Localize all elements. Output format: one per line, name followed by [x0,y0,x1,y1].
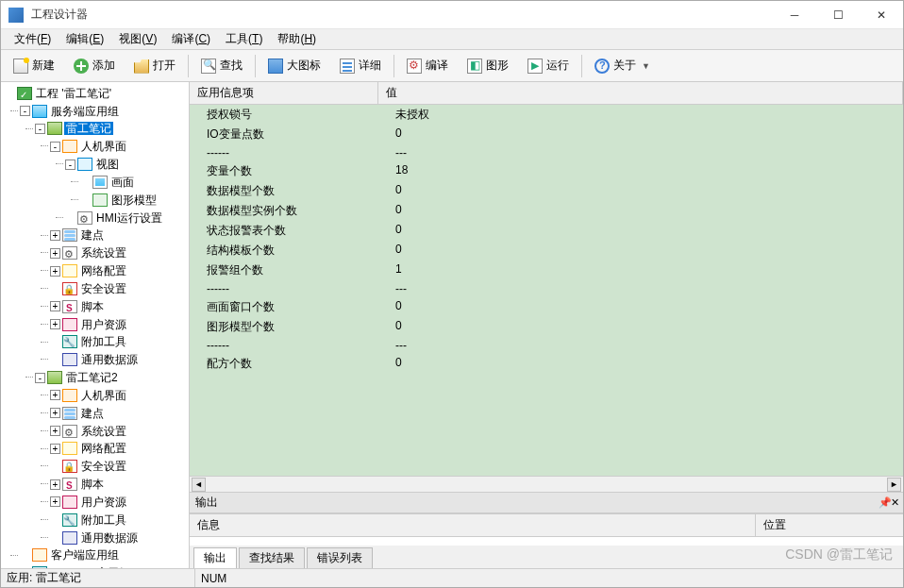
info-row[interactable]: 状态报警表个数0 [190,221,903,241]
new-button[interactable]: 新建 [5,53,63,79]
tree-server-group[interactable]: -服务端应用组 -雷工笔记 -人机界面 -视图 画面 [20,102,187,546]
info-body[interactable]: 授权锁号未授权IO变量点数0---------变量个数18数据模型个数0数据模型… [190,105,903,476]
info-row[interactable]: --------- [190,280,903,297]
run-button[interactable]: 运行 [519,53,578,79]
pin-close-icons[interactable]: 📌 ✕ [879,496,897,509]
expand-icon[interactable]: + [50,248,60,259]
info-cell-value: --- [378,337,903,354]
shape-button[interactable]: 图形 [459,53,517,79]
menu-view[interactable]: 视图(V) [111,29,164,49]
info-row[interactable]: 图形模型个数0 [190,317,903,337]
tree-app1[interactable]: -雷工笔记 -人机界面 -视图 画面 图形模型 [35,120,187,369]
compile-button[interactable]: 编译 [398,53,457,79]
info-cell-key: 变量个数 [190,161,378,181]
info-row[interactable]: --------- [190,144,903,161]
expand-icon[interactable]: + [50,426,60,436]
tree-gmodel[interactable]: 图形模型 [80,191,187,209]
add-button[interactable]: 添加 [65,53,124,79]
info-row[interactable]: 报警组个数1 [190,260,903,280]
tree-seccfg[interactable]: 安全设置 [50,279,187,297]
info-row[interactable]: 变量个数18 [190,161,903,181]
info-row[interactable]: 数据模型个数0 [190,181,903,201]
expand-icon[interactable]: + [50,319,60,329]
tree-syscfg[interactable]: +系统设置 [50,244,187,261]
menu-edit[interactable]: 编辑(E) [59,29,111,49]
tree-hmi2[interactable]: +人机界面 [50,386,187,404]
info-row[interactable]: 结构模板个数0 [190,241,903,260]
tree-root[interactable]: 工程 '雷工笔记' -服务端应用组 -雷工笔记 -人机界面 -视图 [5,84,187,568]
tab-output[interactable]: 输出 [193,547,237,568]
tree-netcfg[interactable]: +网络配置 [50,261,187,279]
tree-tags2[interactable]: +建点 [50,404,187,422]
user-icon [62,496,77,509]
tree-userres2[interactable]: +用户资源 [50,493,187,511]
network-icon [62,442,77,455]
large-icon-icon [268,59,283,74]
info-row[interactable]: --------- [190,337,903,354]
expand-icon[interactable]: + [50,479,60,490]
expand-icon[interactable]: + [50,444,60,454]
collapse-icon[interactable]: - [65,160,75,170]
collapse-icon[interactable]: - [35,373,45,383]
info-cell-value: 0 [378,241,903,260]
tree-app2[interactable]: -雷工笔记2 +人机界面 +建点 +系统设置 +网络配置 安全设置 +脚本 +用… [35,368,187,546]
tree-hmi-run[interactable]: HMI运行设置 [65,209,187,227]
collapse-icon[interactable]: - [50,142,60,152]
tree-userres[interactable]: +用户资源 [50,315,187,333]
expand-icon[interactable]: + [50,496,60,507]
tree-screen[interactable]: 画面 [80,173,187,191]
tree-script2[interactable]: +脚本 [50,475,187,493]
output-body[interactable] [190,537,903,546]
minimize-button[interactable]: ─ [773,1,816,29]
menu-compile[interactable]: 编译(C) [164,29,218,49]
tree-script[interactable]: +脚本 [50,297,187,315]
expand-icon[interactable]: + [50,301,60,311]
info-row[interactable]: 授权锁号未授权 [190,105,903,125]
find-button[interactable]: 查找 [193,53,251,79]
expand-icon[interactable]: + [50,408,60,418]
info-row[interactable]: IO变量点数0 [190,125,903,144]
tree-client-group[interactable]: 客户端应用组 [20,546,187,564]
menu-file[interactable]: 文件(F) [7,29,59,49]
tree-seccfg2[interactable]: 安全设置 [50,457,187,475]
tree-hmi[interactable]: -人机界面 -视图 画面 图形模型 [50,137,187,226]
project-tree-pane[interactable]: 工程 '雷工笔记' -服务端应用组 -雷工笔记 -人机界面 -视图 [1,82,190,568]
tree-addtool2[interactable]: 附加工具 [50,511,187,529]
expand-icon[interactable]: + [50,266,60,277]
collapse-icon[interactable]: - [20,106,30,116]
tree-addtool[interactable]: 附加工具 [50,333,187,351]
script-icon [62,300,77,313]
tree-syscfg2[interactable]: +系统设置 [50,422,187,440]
tree-netcfg2[interactable]: +网络配置 [50,440,187,458]
info-col-item[interactable]: 应用信息项 [190,82,378,104]
collapse-icon[interactable]: - [35,124,45,134]
tree-view[interactable]: -视图 画面 图形模型 [65,155,187,208]
tab-find-results[interactable]: 查找结果 [239,547,305,568]
output-tabs: 输出 查找结果 错误列表 [190,546,903,568]
info-panel: 应用信息项 值 授权锁号未授权IO变量点数0---------变量个数18数据模… [190,82,903,493]
large-icons-button[interactable]: 大图标 [259,53,329,79]
maximize-button[interactable]: ☐ [816,1,860,29]
about-button[interactable]: 关于▼ [586,53,659,79]
menu-tools[interactable]: 工具(T) [218,29,270,49]
tree-io-group[interactable]: IOServer应用组 [20,563,187,568]
expand-icon[interactable]: + [50,390,60,400]
tree-datasrc[interactable]: 通用数据源 [50,350,187,368]
scroll-left-icon[interactable]: ◄ [192,478,206,492]
details-button[interactable]: 详细 [331,53,390,79]
scroll-right-icon[interactable]: ► [887,478,901,492]
info-row[interactable]: 画面窗口个数0 [190,297,903,317]
info-col-value[interactable]: 值 [378,82,903,104]
tree-datasrc2[interactable]: 通用数据源 [50,529,187,546]
output-col-message[interactable]: 信息 [190,514,756,536]
close-button[interactable]: ✕ [860,1,903,29]
info-row[interactable]: 数据模型实例个数0 [190,201,903,221]
output-col-location[interactable]: 位置 [756,514,903,536]
tab-error-list[interactable]: 错误列表 [307,547,373,568]
horizontal-scrollbar[interactable]: ◄ ► [190,476,903,492]
open-button[interactable]: 打开 [126,53,184,79]
tree-tags[interactable]: +建点 [50,227,187,244]
expand-icon[interactable]: + [50,230,60,241]
menu-help[interactable]: 帮助(H) [270,29,324,49]
info-row[interactable]: 配方个数0 [190,354,903,374]
